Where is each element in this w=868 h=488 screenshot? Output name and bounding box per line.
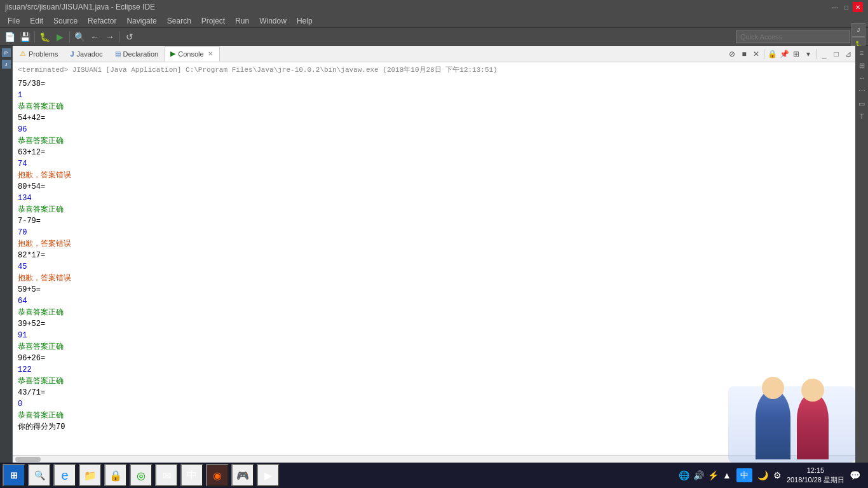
terminated-line: <terminated> JISUAN1 [Java Application] … xyxy=(18,65,850,76)
notification-button[interactable]: 💬 xyxy=(850,470,860,480)
search-button[interactable]: 🔍 xyxy=(28,464,51,487)
tab-console-label: Console xyxy=(178,50,203,58)
ime-indicator[interactable]: 中 xyxy=(736,468,752,482)
toolbar-separator-3 xyxy=(119,31,120,43)
toolbar-run-button[interactable]: ▶ xyxy=(53,30,67,44)
java-perspective-button[interactable]: J xyxy=(851,23,865,37)
console-line: 54+42= xyxy=(18,112,850,124)
menu-project[interactable]: Project xyxy=(196,14,230,27)
gutter-button-2[interactable]: J xyxy=(2,60,11,69)
declaration-icon: ▤ xyxy=(115,50,121,57)
close-button[interactable]: ✕ xyxy=(853,2,863,12)
console-line: 恭喜答案正确 xyxy=(18,204,850,215)
file-explorer-button[interactable]: 📁 xyxy=(79,464,102,487)
minimize-button[interactable]: — xyxy=(830,2,840,12)
console-line: 75/38= xyxy=(18,78,850,90)
tab-minimize-button[interactable]: _ xyxy=(818,48,830,60)
security-button[interactable]: 🔒 xyxy=(104,464,127,487)
tab-javadoc-label: Javadoc xyxy=(77,50,103,58)
eclipse-button[interactable]: ◉ xyxy=(206,464,229,487)
gutter-button-1[interactable]: P xyxy=(2,48,11,57)
console-line: 70 xyxy=(18,227,850,238)
tab-maximize-button[interactable]: □ xyxy=(831,48,842,60)
console-line: 80+54= xyxy=(18,181,850,193)
console-content[interactable]: <terminated> JISUAN1 [Java Application] … xyxy=(13,62,855,455)
tray-battery-icon[interactable]: ⚡ xyxy=(708,470,719,480)
menu-source[interactable]: Source xyxy=(48,14,83,27)
console-line: 7-79= xyxy=(18,215,850,227)
menu-search[interactable]: Search xyxy=(162,14,196,27)
console-line: 恭喜答案正确 xyxy=(18,410,850,421)
tray-sound-icon[interactable]: 🔊 xyxy=(693,470,704,480)
tab-javadoc[interactable]: J Javadoc xyxy=(64,46,108,62)
right-icon-3[interactable]: ┄ xyxy=(856,72,867,84)
scrollbar-thumb[interactable] xyxy=(15,457,41,462)
toolbar-search-button[interactable]: 🔍 xyxy=(72,30,86,44)
tab-remove-button[interactable]: ✕ xyxy=(750,48,762,60)
tab-detach-button[interactable]: ⊿ xyxy=(843,48,854,60)
tray-moon-icon[interactable]: 🌙 xyxy=(757,470,768,480)
tab-declaration[interactable]: ▤ Declaration xyxy=(109,46,165,62)
console-line: 134 xyxy=(18,193,850,204)
right-icon-4[interactable]: ⋯ xyxy=(856,85,867,97)
system-clock[interactable]: 12:15 2018/10/28 星期日 xyxy=(787,466,844,485)
menu-help[interactable]: Help xyxy=(292,14,318,27)
right-icon-1[interactable]: ≡ xyxy=(856,47,867,58)
taskbar-app-6[interactable]: ▶ xyxy=(257,464,280,487)
toolbar-save-button[interactable]: 💾 xyxy=(18,30,32,44)
clock-time: 12:15 xyxy=(787,466,844,475)
tab-pin-button[interactable]: 📌 xyxy=(778,48,790,60)
horizontal-scrollbar[interactable] xyxy=(13,455,855,463)
tab-console-close[interactable]: ✕ xyxy=(207,50,214,57)
menu-refactor[interactable]: Refactor xyxy=(83,14,121,27)
tab-open-console-button[interactable]: ⊞ xyxy=(790,48,802,60)
menu-navigate[interactable]: Navigate xyxy=(121,14,161,27)
menu-window[interactable]: Window xyxy=(254,14,292,27)
console-line: 恭喜答案正确 xyxy=(18,341,850,353)
tab-sep2 xyxy=(816,49,817,59)
console-icon: ▶ xyxy=(170,50,175,58)
ime-button[interactable]: 中 xyxy=(180,464,203,487)
toolbar-refresh-button[interactable]: ↺ xyxy=(123,30,137,44)
right-icon-5[interactable]: ▭ xyxy=(856,98,867,109)
taskbar-app-5[interactable]: 🎮 xyxy=(231,464,254,487)
tab-terminate-button[interactable]: ■ xyxy=(738,48,750,60)
tray-settings-icon[interactable]: ⚙ xyxy=(773,470,782,480)
edge-browser-button[interactable]: e xyxy=(53,464,76,487)
tab-clear-button[interactable]: ⊘ xyxy=(726,48,738,60)
quick-access-input[interactable] xyxy=(736,30,850,43)
console-line: 59+5= xyxy=(18,284,850,295)
store-button[interactable]: ◎ xyxy=(130,464,153,487)
tab-problems-label: Problems xyxy=(29,50,58,58)
console-line: 122 xyxy=(18,364,850,376)
problems-icon: ⚠ xyxy=(20,50,26,58)
toolbar-new-button[interactable]: 📄 xyxy=(3,30,17,44)
toolbar-back-button[interactable]: ← xyxy=(88,30,102,44)
tab-problems[interactable]: ⚠ Problems xyxy=(14,46,64,62)
system-tray: 🌐 🔊 ⚡ ▲ 中 🌙 ⚙ 12:15 2018/10/28 星期日 💬 xyxy=(679,466,865,485)
right-icon-6[interactable]: T xyxy=(856,111,867,122)
menu-bar: File Edit Source Refactor Navigate Searc… xyxy=(0,14,868,28)
menu-file[interactable]: File xyxy=(3,14,25,27)
toolbar: 📄 💾 🐛 ▶ 🔍 ← → ↺ J 🐛 xyxy=(0,28,868,46)
tray-network-icon[interactable]: 🌐 xyxy=(679,470,689,480)
menu-edit[interactable]: Edit xyxy=(25,14,48,27)
tab-sep xyxy=(764,49,764,59)
console-line: 96 xyxy=(18,124,850,135)
console-line: 0 xyxy=(18,398,850,410)
console-line: 1 xyxy=(18,90,850,101)
tab-scroll-lock-button[interactable]: 🔒 xyxy=(766,48,778,60)
console-line: 82*17= xyxy=(18,250,850,261)
maximize-button[interactable]: □ xyxy=(841,2,851,12)
tab-declaration-label: Declaration xyxy=(123,50,159,58)
toolbar-debug-button[interactable]: 🐛 xyxy=(37,30,51,44)
toolbar-forward-button[interactable]: → xyxy=(103,30,117,44)
right-icon-2[interactable]: ⊞ xyxy=(856,60,867,71)
tab-console[interactable]: ▶ Console ✕ xyxy=(165,46,219,62)
tray-expand-icon[interactable]: ▲ xyxy=(722,470,731,480)
console-line: 你的得分为70 xyxy=(18,421,850,433)
tab-display-select-button[interactable]: ▾ xyxy=(803,48,814,60)
mail-button[interactable]: ✉ xyxy=(155,464,178,487)
menu-run[interactable]: Run xyxy=(230,14,254,27)
start-button[interactable]: ⊞ xyxy=(3,464,25,487)
